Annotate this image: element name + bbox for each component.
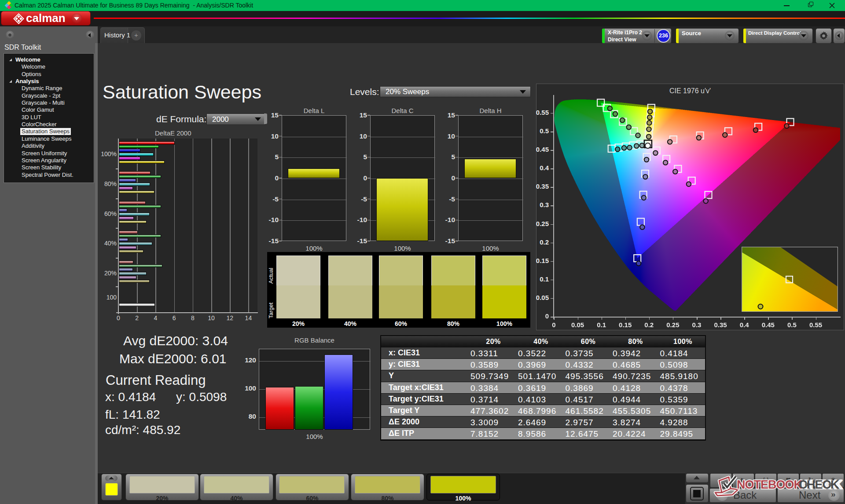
svg-text:NOTEBOOK: NOTEBOOK [737, 478, 803, 491]
svg-text:CHECK: CHECK [799, 478, 840, 491]
